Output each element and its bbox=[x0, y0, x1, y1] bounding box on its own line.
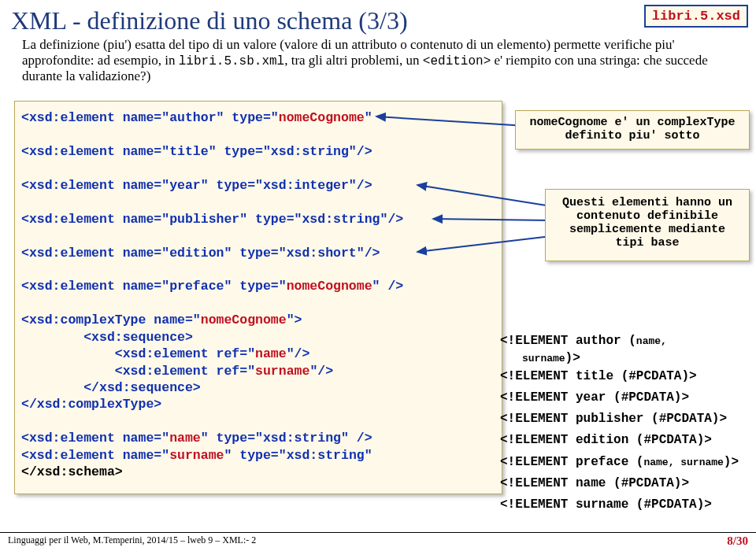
code-line: </xsd:sequence> bbox=[21, 379, 495, 396]
code-line: <xsd:sequence> bbox=[21, 329, 495, 346]
dtd-line: <!ELEMENT preface ( bbox=[500, 455, 643, 469]
code-keyword: nomeCognome bbox=[279, 110, 365, 125]
code-keyword: surname bbox=[255, 364, 309, 379]
code-line: " /> bbox=[372, 279, 404, 294]
code-line: <xsd:element ref=" bbox=[21, 364, 255, 379]
dtd-line: )> bbox=[724, 455, 739, 469]
note-text: tipi base bbox=[549, 236, 746, 250]
dtd-line: <!ELEMENT name (#PCDATA)> bbox=[500, 473, 752, 494]
code-line: <xsd:element name="publisher" type="xsd:… bbox=[21, 211, 495, 227]
code-line: <xsd:element name="preface" type=" bbox=[21, 279, 287, 294]
note-text: definito piu' sotto bbox=[519, 129, 746, 142]
note-text: contenuto definibile bbox=[549, 209, 746, 223]
code-line: " type="xsd:string" /> bbox=[201, 431, 372, 446]
code-line: <xsd:element name="edition" type="xsd:sh… bbox=[21, 245, 495, 261]
code-line: <xsd:complexType name=" bbox=[21, 312, 201, 327]
dtd-line: <!ELEMENT publisher (#PCDATA)> bbox=[500, 409, 752, 430]
annotation-note-2: Questi elementi hanno un contenuto defin… bbox=[545, 189, 750, 261]
dtd-line: <!ELEMENT title (#PCDATA)> bbox=[500, 366, 752, 387]
code-line: <xsd:element name=" bbox=[21, 431, 169, 446]
dtd-small: name, surname bbox=[643, 457, 723, 468]
intro-text-2: , tra gli altri problemi, un bbox=[284, 53, 423, 68]
code-box: <xsd:element name="author" type="nomeCog… bbox=[14, 101, 502, 494]
code-line: <xsd:element name=" bbox=[21, 448, 169, 463]
code-keyword: nomeCognome bbox=[287, 279, 372, 294]
intro-mono-2: <edition> bbox=[423, 54, 491, 68]
intro-mono-1: libri.5.sb.xml bbox=[179, 54, 284, 68]
annotation-note-1: nomeCognome e' un complexType definito p… bbox=[515, 110, 750, 150]
dtd-small: name, bbox=[636, 335, 667, 347]
dtd-line: <!ELEMENT author ( bbox=[500, 334, 636, 348]
page-number: 8/30 bbox=[727, 534, 748, 548]
dtd-line: <!ELEMENT year (#PCDATA)> bbox=[500, 387, 752, 409]
code-line: "> bbox=[287, 312, 302, 327]
footer: Linguaggi per il Web, M.Temperini, 2014/… bbox=[0, 532, 756, 551]
file-badge: libri.5.xsd bbox=[644, 5, 748, 28]
code-keyword: nomeCognome bbox=[201, 312, 287, 327]
slide-title: XML - definizione di uno schema (3/3) bbox=[0, 0, 756, 37]
code-keyword: name bbox=[255, 346, 287, 361]
code-line: "/> bbox=[287, 346, 310, 361]
note-text: nomeCognome e' un complexType bbox=[519, 116, 746, 129]
code-line: " type="xsd:string" bbox=[224, 448, 372, 463]
code-line: <xsd:element name="year" type="xsd:integ… bbox=[21, 177, 495, 194]
dtd-small: surname bbox=[522, 353, 565, 364]
dtd-line: <!ELEMENT surname (#PCDATA)> bbox=[500, 494, 752, 516]
code-line: </xsd:complexType> bbox=[21, 396, 495, 412]
code-line: <xsd:element name="author" type=" bbox=[21, 110, 279, 125]
code-line: <xsd:element name="title" type="xsd:stri… bbox=[21, 143, 495, 160]
code-line: " bbox=[365, 110, 372, 125]
dtd-column: <!ELEMENT author (name, surname)> <!ELEM… bbox=[500, 331, 752, 516]
intro-paragraph: La definizione (piu') esatta del tipo di… bbox=[0, 37, 756, 87]
dtd-line: )> bbox=[565, 351, 580, 365]
code-line: </xsd:schema> bbox=[21, 464, 495, 480]
code-line: "/> bbox=[309, 364, 333, 379]
note-text: Questi elementi hanno un bbox=[549, 196, 746, 209]
code-keyword: name bbox=[169, 431, 201, 446]
footer-left: Linguaggi per il Web, M.Temperini, 2014/… bbox=[8, 534, 256, 548]
code-line: <xsd:element ref=" bbox=[21, 346, 255, 361]
code-keyword: surname bbox=[169, 448, 224, 463]
note-text: semplicemente mediante bbox=[549, 223, 746, 236]
dtd-line: <!ELEMENT edition (#PCDATA)> bbox=[500, 430, 752, 451]
